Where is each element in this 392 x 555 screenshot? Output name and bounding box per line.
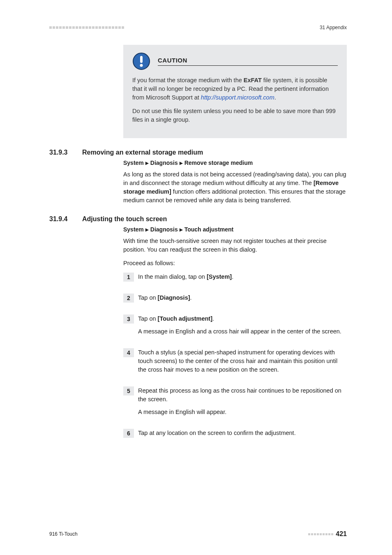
text: Tap on [138,294,158,301]
text: In the main dialog, tap on [138,273,207,280]
page-header: 31 Appendix [49,25,347,30]
caution-title: CAUTION [158,57,338,66]
step-number: 1 [123,273,134,282]
footer-right: 421 [308,530,347,538]
section-heading: Removing an external storage medium [82,149,347,156]
svg-point-2 [140,64,143,67]
step-body: Tap at any location on the screen to con… [138,429,347,442]
section-number: 31.9.3 [49,149,82,160]
step-2: 2 Tap on [Diagnosis]. [123,294,347,306]
step-body: Tap on [Touch adjustment]. A message in … [138,314,347,340]
svg-rect-1 [140,56,143,63]
step-5: 5 Repeat this process as long as the cro… [123,386,347,421]
text: . [274,94,276,101]
caution-header: CAUTION [132,52,338,70]
crumb: Diagnosis [150,226,178,233]
paragraph: As long as the stored data is not being … [123,170,347,205]
page-number: 421 [336,530,347,538]
caution-block: CAUTION If you format the storage medium… [123,45,347,138]
paragraph: With time the touch-sensitive screen may… [123,237,347,254]
text-bold: [System] [207,273,232,280]
text: If you format the storage medium with th… [132,77,244,83]
caution-p2: Do not use this file system unless you n… [132,107,338,124]
text-bold: ExFAT [244,77,262,83]
crumb: System [123,226,144,233]
text: Tap at any location on the screen to con… [138,429,347,437]
text: A message in English will appear. [138,408,347,416]
crumb: Remove storage medium [184,160,253,166]
page-footer: 916 Ti-Touch 421 [49,530,347,538]
text: A message in English and a cross hair wi… [138,327,347,336]
footer-decor [308,533,333,535]
section-31-9-4: 31.9.4 Adjusting the touch screen [49,215,347,226]
page: 31 Appendix CAUTION If you format the st… [0,0,392,555]
caution-body: If you format the storage medium with th… [132,76,338,124]
section-heading: Adjusting the touch screen [82,215,347,223]
breadcrumb-separator-icon: ▶ [180,227,183,232]
step-body: Touch a stylus (a special pen-shaped ins… [138,348,347,378]
step-list: 1 In the main dialog, tap on [System]. 2… [123,273,347,442]
step-number: 5 [123,386,134,395]
step-6: 6 Tap at any location on the screen to c… [123,429,347,442]
caution-p1: If you format the storage medium with th… [132,76,338,102]
step-body: Tap on [Diagnosis]. [138,294,347,306]
crumb: Touch adjustment [184,226,234,233]
text: . [232,273,233,280]
section-body: System▶Diagnosis▶Remove storage medium A… [123,160,347,205]
section-number: 31.9.4 [49,215,82,226]
text: Tap on [138,315,158,322]
breadcrumb-separator-icon: ▶ [180,161,183,165]
footer-left: 916 Ti-Touch [49,531,78,537]
section-31-9-3: 31.9.3 Removing an external storage medi… [49,149,347,160]
step-body: In the main dialog, tap on [System]. [138,273,347,285]
chapter-label: 31 Appendix [320,25,347,30]
step-number: 4 [123,348,134,357]
text: . [190,294,192,301]
breadcrumb-separator-icon: ▶ [145,161,149,165]
step-number: 6 [123,429,134,438]
breadcrumb: System▶Diagnosis▶Remove storage medium [123,160,347,166]
breadcrumb: System▶Diagnosis▶Touch adjustment [123,226,347,233]
crumb: System [123,160,144,166]
paragraph: Proceed as follows: [123,259,347,268]
crumb: Diagnosis [150,160,178,166]
step-number: 3 [123,314,134,324]
text: . [212,315,214,322]
step-1: 1 In the main dialog, tap on [System]. [123,273,347,285]
step-4: 4 Touch a stylus (a special pen-shaped i… [123,348,347,378]
breadcrumb-separator-icon: ▶ [145,227,149,232]
support-link[interactable]: http://support.microsoft.com [201,94,274,101]
text: Touch a stylus (a special pen-shaped ins… [138,348,347,374]
header-decor [49,26,124,29]
section-body: System▶Diagnosis▶Touch adjustment With t… [123,226,347,268]
step-number: 2 [123,294,134,303]
text: Repeat this process as long as the cross… [138,386,347,404]
text-bold: [Touch adjustment] [158,315,212,322]
step-3: 3 Tap on [Touch adjustment]. A message i… [123,314,347,340]
caution-icon [132,52,150,70]
text: As long as the stored data is not being … [123,171,346,186]
text-bold: [Diagnosis] [158,294,190,301]
step-body: Repeat this process as long as the cross… [138,386,347,421]
